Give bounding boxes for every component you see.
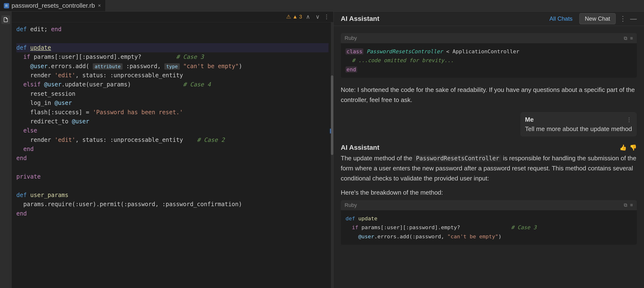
ai-panel-title: AI Assistant — [341, 15, 380, 22]
main-container: ⚠ ▲ 3 ∧ ∨ ⋮ def edit; end def update if … — [0, 11, 644, 288]
nav-up-button[interactable]: ∧ — [304, 13, 312, 21]
copy-icon[interactable]: ⧉ — [624, 35, 627, 41]
list-icon-2[interactable]: ≡ — [630, 202, 633, 208]
code-line: flash[:success] = 'Password has been res… — [16, 108, 328, 117]
breakdown-text: Here's the breakdown of the method: — [341, 189, 443, 196]
ai-code-header-actions: ⧉ ≡ — [624, 35, 633, 41]
ai-response-label: AI Assistant — [341, 144, 380, 151]
ai-code-body-2: def update if params[:user][:password].e… — [341, 210, 637, 245]
code-lang-label-2: Ruby — [344, 202, 357, 208]
code-line: reset_session — [16, 89, 328, 98]
ai-response-actions: 👍 👎 — [620, 144, 637, 151]
thumbs-down-button[interactable]: 👎 — [630, 144, 637, 151]
code-line: class PasswordResetsController < Applica… — [346, 47, 632, 56]
code-line: render 'edit', status: :unprocessable_en… — [16, 71, 328, 80]
code-line-update: def update — [16, 43, 328, 52]
ai-note-text: Note: I shortened the code for the sake … — [341, 86, 635, 103]
warning-badge: ⚠ ▲ 3 — [286, 14, 302, 20]
user-message-header: Me ⋮ — [525, 116, 632, 123]
inline-code: PasswordResetsController — [414, 155, 501, 162]
ai-collapse-button[interactable]: — — [630, 15, 637, 22]
user-message: Me ⋮ Tell me more about the update metho… — [520, 112, 637, 137]
user-label: Me — [525, 116, 534, 123]
code-line — [16, 163, 328, 172]
file-icon: R — [4, 3, 9, 8]
ai-response-breakdown: Here's the breakdown of the method: — [341, 188, 637, 198]
editor-panel: ⚠ ▲ 3 ∧ ∨ ⋮ def edit; end def update if … — [12, 11, 334, 288]
code-area: def edit; end def update if params[:user… — [12, 22, 333, 288]
scrollbar-thumb[interactable] — [331, 75, 333, 155]
ai-code-body-1: class PasswordResetsController < Applica… — [341, 43, 637, 78]
user-message-text: Tell me more about the update method — [525, 125, 632, 133]
code-line — [16, 34, 328, 43]
editor-menu-button[interactable]: ⋮ — [324, 13, 330, 20]
list-icon[interactable]: ≡ — [630, 35, 633, 41]
nav-down-button[interactable]: ∨ — [314, 13, 321, 21]
tab-bar: R password_resets_controller.rb ✕ — [0, 0, 644, 11]
code-line: else — [16, 126, 328, 135]
code-line: end — [346, 65, 632, 74]
thumbs-up-button[interactable]: 👍 — [620, 144, 627, 151]
ai-header-actions: All Chats New Chat ⋮ — — [547, 13, 637, 24]
ai-code-header-actions-2: ⧉ ≡ — [624, 202, 633, 208]
code-line: @user.errors.add( attribute :password, t… — [16, 62, 328, 71]
sidebar-files-icon[interactable] — [2, 15, 10, 24]
new-chat-button[interactable]: New Chat — [579, 13, 616, 24]
code-line: end — [16, 209, 328, 218]
close-tab-button[interactable]: ✕ — [97, 3, 102, 8]
code-content[interactable]: def edit; end def update if params[:user… — [12, 22, 333, 288]
code-line: render 'edit', status: :unprocessable_en… — [16, 135, 328, 144]
ai-chat-area[interactable]: Ruby ⧉ ≡ class PasswordResetsController … — [334, 26, 644, 288]
file-tab[interactable]: R password_resets_controller.rb ✕ — [0, 0, 106, 11]
ai-note-message: Note: I shortened the code for the sake … — [341, 85, 637, 105]
ai-header: AI Assistant All Chats New Chat ⋮ — — [334, 11, 644, 26]
ai-response-header: AI Assistant 👍 👎 — [341, 144, 637, 151]
user-message-menu[interactable]: ⋮ — [626, 116, 632, 123]
ai-code-block-1: Ruby ⧉ ≡ class PasswordResetsController … — [341, 33, 637, 78]
copy-icon-2[interactable]: ⧉ — [624, 202, 627, 208]
code-line: def update — [346, 214, 632, 223]
all-chats-button[interactable]: All Chats — [547, 14, 576, 23]
ai-response-text: The update method of the PasswordResetsC… — [341, 153, 637, 183]
user-message-container: Me ⋮ Tell me more about the update metho… — [341, 112, 637, 137]
code-line: def user_params — [16, 191, 328, 200]
ai-header-menu-button[interactable]: ⋮ — [620, 15, 626, 22]
code-line: elsif @user.update(user_params) # Case 4 — [16, 80, 328, 89]
code-lang-label: Ruby — [344, 35, 357, 41]
editor-toolbar: ⚠ ▲ 3 ∧ ∨ ⋮ — [12, 11, 333, 22]
scroll-highlight — [330, 129, 331, 133]
ai-response: AI Assistant 👍 👎 The update method of th… — [341, 144, 637, 247]
code-line: if params[:user][:password].empty? # Cas… — [16, 52, 328, 61]
code-line — [16, 181, 328, 191]
ai-panel: AI Assistant All Chats New Chat ⋮ — Ruby… — [334, 11, 644, 288]
code-line: end — [16, 144, 328, 154]
warning-count: ▲ 3 — [292, 14, 302, 20]
code-line: redirect_to @user — [16, 117, 328, 126]
ai-code-header-2: Ruby ⧉ ≡ — [341, 200, 637, 210]
code-line: end — [16, 154, 328, 163]
code-line: private — [16, 172, 328, 181]
code-line: log_in @user — [16, 98, 328, 107]
code-line: @user.errors.add(:password, "can't be em… — [346, 232, 632, 241]
ai-code-header: Ruby ⧉ ≡ — [341, 33, 637, 43]
warning-icon: ⚠ — [286, 14, 291, 20]
code-line: def edit; end — [16, 25, 328, 34]
scrollbar-track[interactable] — [331, 22, 333, 288]
left-sidebar — [0, 11, 12, 288]
code-line: params.require(:user).permit(:password, … — [16, 200, 328, 209]
code-line: if params[:user][:password].empty? # Cas… — [346, 223, 632, 232]
tab-filename: password_resets_controller.rb — [12, 2, 95, 9]
code-line: # ...code omitted for brevity... — [346, 56, 632, 65]
ai-code-block-2: Ruby ⧉ ≡ def update if params[:user][:pa… — [341, 200, 637, 245]
